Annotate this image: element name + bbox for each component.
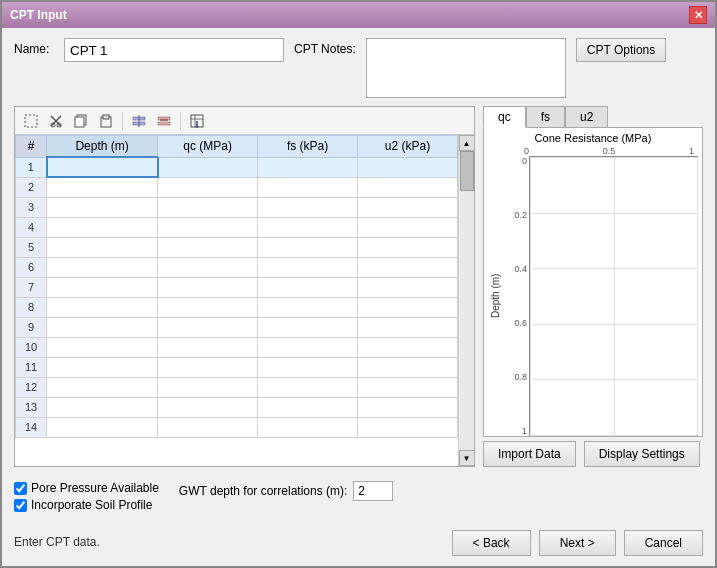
gwt-input[interactable] — [353, 481, 393, 501]
table-row[interactable] — [258, 237, 358, 257]
table-row[interactable] — [158, 237, 258, 257]
cancel-button[interactable]: Cancel — [624, 530, 703, 556]
table-row[interactable] — [258, 337, 358, 357]
display-settings-button[interactable]: Display Settings — [584, 441, 700, 467]
table-row[interactable] — [258, 357, 358, 377]
table-row[interactable] — [358, 337, 458, 357]
table-row[interactable] — [358, 277, 458, 297]
import-data-button[interactable]: Import Data — [483, 441, 576, 467]
table-row[interactable] — [158, 297, 258, 317]
pore-pressure-checkbox-label[interactable]: Pore Pressure Available — [14, 481, 159, 495]
insert-row-button[interactable] — [128, 110, 150, 132]
chart-with-ticks: 0 0.2 0.4 0.6 0.8 1 — [501, 156, 698, 436]
table-row[interactable] — [47, 357, 158, 377]
vertical-scrollbar[interactable]: ▲ ▼ — [458, 135, 474, 466]
tab-u2[interactable]: u2 — [565, 106, 608, 127]
y-axis-ticks: 0 0.2 0.4 0.6 0.8 1 — [501, 156, 529, 436]
table-row[interactable] — [47, 337, 158, 357]
cpt-notes-textarea[interactable] — [366, 38, 566, 98]
table-row[interactable] — [358, 357, 458, 377]
insert-row-icon — [132, 114, 146, 128]
table-row-num: 11 — [16, 357, 47, 377]
cpt-options-button[interactable]: CPT Options — [576, 38, 666, 62]
table-row[interactable] — [47, 377, 158, 397]
table-row[interactable] — [47, 257, 158, 277]
table-row[interactable] — [47, 317, 158, 337]
close-button[interactable]: ✕ — [689, 6, 707, 24]
tab-fs[interactable]: fs — [526, 106, 565, 127]
table-row[interactable] — [258, 257, 358, 277]
chart-tabs: qc fs u2 — [483, 106, 703, 128]
table-row[interactable] — [158, 397, 258, 417]
table-row[interactable] — [158, 357, 258, 377]
table-row[interactable] — [158, 217, 258, 237]
cut-button[interactable] — [45, 110, 67, 132]
table-row-num: 1 — [16, 157, 47, 177]
scroll-up-arrow[interactable]: ▲ — [459, 135, 475, 151]
table-row[interactable] — [258, 377, 358, 397]
paste-button[interactable] — [95, 110, 117, 132]
import-table-button[interactable] — [186, 110, 208, 132]
table-row[interactable] — [358, 297, 458, 317]
y-tick-5: 1 — [522, 426, 527, 436]
scroll-track[interactable] — [460, 151, 474, 450]
table-row[interactable] — [47, 297, 158, 317]
table-row[interactable] — [158, 257, 258, 277]
table-row[interactable] — [258, 277, 358, 297]
name-input[interactable] — [64, 38, 284, 62]
table-row[interactable] — [158, 157, 258, 177]
table-row[interactable] — [358, 157, 458, 177]
col-header-fs: fs (kPa) — [258, 136, 358, 158]
table-row[interactable] — [358, 197, 458, 217]
table-row[interactable] — [358, 397, 458, 417]
scroll-down-arrow[interactable]: ▼ — [459, 450, 475, 466]
table-row[interactable] — [258, 177, 358, 197]
table-row[interactable] — [47, 197, 158, 217]
table-row[interactable] — [258, 157, 358, 177]
table-row[interactable] — [258, 217, 358, 237]
table-row[interactable] — [47, 217, 158, 237]
table-row[interactable] — [47, 277, 158, 297]
table-row[interactable] — [358, 257, 458, 277]
tab-qc[interactable]: qc — [483, 106, 526, 128]
table-row[interactable] — [158, 197, 258, 217]
table-row[interactable] — [47, 157, 158, 177]
table-row[interactable] — [158, 177, 258, 197]
table-row[interactable] — [358, 237, 458, 257]
next-button[interactable]: Next > — [539, 530, 616, 556]
y-tick-2: 0.4 — [514, 264, 527, 274]
table-row[interactable] — [258, 397, 358, 417]
table-row[interactable] — [258, 197, 358, 217]
col-header-depth: Depth (m) — [47, 136, 158, 158]
table-row[interactable] — [158, 337, 258, 357]
table-row-num: 2 — [16, 177, 47, 197]
back-button[interactable]: < Back — [452, 530, 531, 556]
table-container[interactable]: # Depth (m) qc (MPa) fs (kPa) u2 (kPa) 1… — [15, 135, 458, 466]
soil-profile-checkbox[interactable] — [14, 499, 27, 512]
table-row-num: 13 — [16, 397, 47, 417]
table-row[interactable] — [258, 297, 358, 317]
pore-pressure-checkbox[interactable] — [14, 482, 27, 495]
table-row[interactable] — [158, 417, 258, 437]
table-row[interactable] — [358, 417, 458, 437]
table-row[interactable] — [47, 397, 158, 417]
scroll-thumb[interactable] — [460, 151, 474, 191]
table-row[interactable] — [158, 377, 258, 397]
table-row[interactable] — [158, 317, 258, 337]
table-row[interactable] — [258, 417, 358, 437]
table-row[interactable] — [47, 177, 158, 197]
table-row[interactable] — [358, 317, 458, 337]
table-row[interactable] — [47, 417, 158, 437]
delete-row-button[interactable] — [153, 110, 175, 132]
table-row[interactable] — [358, 177, 458, 197]
select-tool-button[interactable] — [20, 110, 42, 132]
copy-button[interactable] — [70, 110, 92, 132]
table-row[interactable] — [47, 237, 158, 257]
table-row[interactable] — [358, 377, 458, 397]
table-row[interactable] — [358, 217, 458, 237]
table-row[interactable] — [158, 277, 258, 297]
window-content: Name: CPT Notes: CPT Options — [2, 28, 715, 566]
table-row-num: 10 — [16, 337, 47, 357]
table-row[interactable] — [258, 317, 358, 337]
soil-profile-checkbox-label[interactable]: Incorporate Soil Profile — [14, 498, 159, 512]
